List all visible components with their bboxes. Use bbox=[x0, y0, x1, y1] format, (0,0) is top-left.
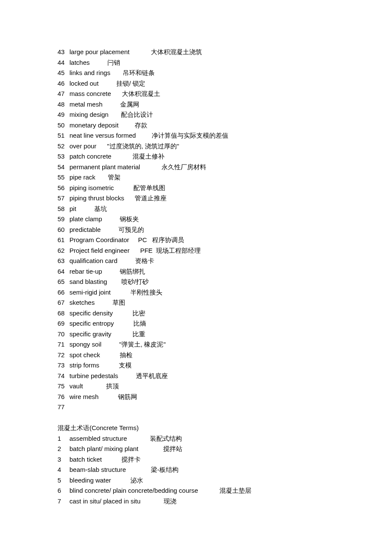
row-number: 52 bbox=[58, 141, 69, 152]
glossary-row: 2batch plant/ mixing plant 搅拌站 bbox=[58, 444, 341, 454]
row-number: 76 bbox=[58, 392, 69, 402]
row-number: 55 bbox=[58, 172, 69, 183]
row-number: 70 bbox=[58, 329, 69, 340]
row-content: plate clamp 钢板夹 bbox=[69, 214, 341, 225]
row-content: turbine pedestals 透平机底座 bbox=[69, 371, 341, 382]
row-number: 64 bbox=[58, 266, 69, 277]
row-number: 5 bbox=[58, 475, 69, 486]
row-number: 65 bbox=[58, 277, 69, 287]
row-content: vault 拱顶 bbox=[69, 381, 341, 392]
glossary-row: 65sand blasting 喷砂/打砂 bbox=[58, 277, 341, 287]
row-content: spongy soil "弹簧土, 橡皮泥" bbox=[69, 339, 341, 350]
row-number: 56 bbox=[58, 183, 69, 194]
row-content: latches 闩销 bbox=[69, 58, 341, 68]
glossary-row: 59plate clamp 钢板夹 bbox=[58, 214, 341, 225]
glossary-row: 63qualification card 资格卡 bbox=[58, 256, 341, 266]
row-content: batch plant/ mixing plant 搅拌站 bbox=[69, 444, 341, 454]
row-number: 71 bbox=[58, 339, 69, 350]
row-content: strip forms 支模 bbox=[69, 360, 341, 371]
row-content: predictable 可预见的 bbox=[69, 225, 341, 235]
row-content: qualification card 资格卡 bbox=[69, 256, 341, 266]
row-content: piping thrust blocks 管道止推座 bbox=[69, 193, 341, 204]
row-number: 50 bbox=[58, 120, 69, 131]
glossary-row: 70specific gravity 比重 bbox=[58, 329, 341, 340]
row-content: specific entropy 比熵 bbox=[69, 318, 341, 329]
row-content: pipe rack 管架 bbox=[69, 172, 341, 183]
row-content: rebar tie-up 钢筋绑扎 bbox=[69, 266, 341, 277]
row-number: 4 bbox=[58, 465, 69, 475]
row-content: cast in situ/ placed in situ 现浇 bbox=[69, 496, 341, 507]
row-number: 7 bbox=[58, 496, 69, 507]
glossary-row: 45links and rings 吊环和链条 bbox=[58, 68, 341, 78]
row-number: 62 bbox=[58, 246, 69, 256]
glossary-row: 71spongy soil "弹簧土, 橡皮泥" bbox=[58, 339, 341, 350]
glossary-row: 5bleeding water 泌水 bbox=[58, 475, 341, 486]
row-content: large pour placement 大体积混凝土浇筑 bbox=[69, 47, 341, 58]
row-number: 73 bbox=[58, 360, 69, 371]
row-content: Project field engineer PFE 现场工程部经理 bbox=[69, 246, 341, 256]
row-content: pit 基坑 bbox=[69, 204, 341, 214]
glossary-row: 68specific density 比密 bbox=[58, 308, 341, 319]
glossary-row: 53patch concrete 混凝土修补 bbox=[58, 151, 341, 162]
glossary-row: 67sketches 草图 bbox=[58, 298, 341, 308]
document-page: 43large pour placement 大体积混凝土浇筑44latches… bbox=[0, 0, 392, 532]
glossary-row: 66semi-rigid joint 半刚性接头 bbox=[58, 287, 341, 298]
glossary-row: 43large pour placement 大体积混凝土浇筑 bbox=[58, 47, 341, 58]
row-content: locked out 挂锁/ 锁定 bbox=[69, 78, 341, 89]
row-number: 59 bbox=[58, 214, 69, 225]
row-number: 51 bbox=[58, 130, 69, 141]
glossary-row: 54permanent plant material 永久性厂房材料 bbox=[58, 162, 341, 173]
row-content: links and rings 吊环和链条 bbox=[69, 68, 341, 78]
row-content: neat line versus formed 净计算值与实际支模的差值 bbox=[69, 130, 341, 141]
row-content: metal mesh 金属网 bbox=[69, 99, 341, 110]
glossary-row: 6blind concrete/ plain concrete/bedding … bbox=[58, 486, 341, 496]
glossary-row: 47mass concrete 大体积混凝土 bbox=[58, 89, 341, 99]
row-number: 67 bbox=[58, 298, 69, 308]
glossary-row: 72spot check 抽检 bbox=[58, 350, 341, 361]
glossary-row: 3batch ticket 搅拌卡 bbox=[58, 454, 341, 465]
row-number: 44 bbox=[58, 58, 69, 68]
row-content: specific gravity 比重 bbox=[69, 329, 341, 340]
glossary-row: 61Program Coordinator PC 程序协调员 bbox=[58, 235, 341, 246]
row-content: permanent plant material 永久性厂房材料 bbox=[69, 162, 341, 173]
glossary-list-2: 1assembled structure 装配式结构2batch plant/ … bbox=[58, 434, 341, 507]
glossary-list-1: 43large pour placement 大体积混凝土浇筑44latches… bbox=[58, 47, 341, 413]
row-number: 77 bbox=[58, 402, 69, 413]
row-content: sketches 草图 bbox=[69, 298, 341, 308]
row-content: patch concrete 混凝土修补 bbox=[69, 151, 341, 162]
row-number: 49 bbox=[58, 110, 69, 120]
row-content: beam-slab structure 梁-板结构 bbox=[69, 465, 341, 475]
glossary-row: 51neat line versus formed 净计算值与实际支模的差值 bbox=[58, 130, 341, 141]
row-number: 58 bbox=[58, 204, 69, 214]
row-content: sand blasting 喷砂/打砂 bbox=[69, 277, 341, 287]
row-number: 45 bbox=[58, 68, 69, 78]
glossary-row: 75vault 拱顶 bbox=[58, 381, 341, 392]
row-content: wire mesh 钢筋网 bbox=[69, 392, 341, 402]
row-content: assembled structure 装配式结构 bbox=[69, 434, 341, 444]
row-number: 74 bbox=[58, 371, 69, 382]
glossary-row: 73strip forms 支模 bbox=[58, 360, 341, 371]
row-number: 2 bbox=[58, 444, 69, 454]
row-number: 47 bbox=[58, 89, 69, 99]
row-number: 6 bbox=[58, 486, 69, 496]
glossary-row: 76wire mesh 钢筋网 bbox=[58, 392, 341, 402]
glossary-row: 7cast in situ/ placed in situ 现浇 bbox=[58, 496, 341, 507]
row-content: over pour "过度浇筑的, 浇筑过厚的" bbox=[69, 141, 341, 152]
row-number: 46 bbox=[58, 78, 69, 89]
row-number: 61 bbox=[58, 235, 69, 246]
row-number: 75 bbox=[58, 381, 69, 392]
glossary-row: 55pipe rack 管架 bbox=[58, 172, 341, 183]
row-number: 72 bbox=[58, 350, 69, 361]
glossary-row: 4beam-slab structure 梁-板结构 bbox=[58, 465, 341, 475]
row-number: 69 bbox=[58, 318, 69, 329]
glossary-row: 48metal mesh 金属网 bbox=[58, 99, 341, 110]
blank-line bbox=[58, 413, 341, 423]
row-number: 54 bbox=[58, 162, 69, 173]
glossary-row: 77 bbox=[58, 402, 341, 413]
glossary-row: 58pit 基坑 bbox=[58, 204, 341, 214]
glossary-row: 49mixing design 配合比设计 bbox=[58, 110, 341, 120]
glossary-row: 56piping isometric 配管单线图 bbox=[58, 183, 341, 194]
glossary-row: 52over pour "过度浇筑的, 浇筑过厚的" bbox=[58, 141, 341, 152]
row-content: monetary deposit 存款 bbox=[69, 120, 341, 131]
row-number: 3 bbox=[58, 454, 69, 465]
